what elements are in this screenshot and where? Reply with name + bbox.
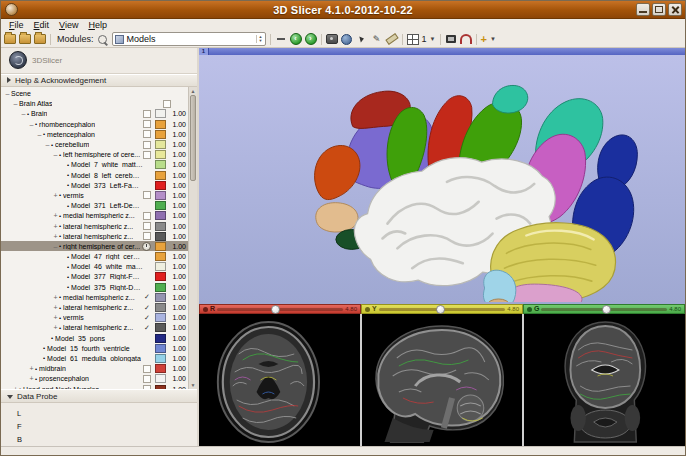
color-swatch[interactable]	[155, 344, 166, 353]
visibility-checkbox[interactable]	[143, 130, 151, 138]
tree-row[interactable]: •Model_371_Left-Dent...1.00	[1, 201, 189, 211]
tree-expander-icon[interactable]: –	[20, 110, 27, 117]
color-swatch[interactable]	[155, 385, 166, 390]
tree-expander-icon[interactable]: +	[52, 233, 59, 240]
tree-row[interactable]: –•cerebellum1.00	[1, 139, 189, 149]
color-swatch[interactable]	[155, 120, 166, 129]
annotate-button[interactable]: ✎	[371, 34, 383, 45]
tree-expander-icon[interactable]: –	[36, 131, 43, 138]
color-swatch[interactable]	[155, 374, 166, 383]
menu-item-help[interactable]: Help	[83, 20, 112, 30]
tree-row[interactable]: +•midbrain1.00	[1, 364, 189, 374]
tree-expander-icon[interactable]: –	[28, 121, 35, 128]
close-button[interactable]	[668, 3, 682, 16]
slice-offset-slider[interactable]	[379, 308, 506, 311]
visibility-checkbox[interactable]	[143, 385, 151, 389]
color-swatch[interactable]	[155, 181, 166, 190]
layout-selector-button[interactable]	[407, 34, 419, 45]
mouse-mode-button[interactable]	[356, 34, 368, 45]
tree-row[interactable]: –•Brain1.00	[1, 109, 189, 119]
tree-row[interactable]: •Model_46_white_matt...1.00	[1, 262, 189, 272]
visibility-checkbox[interactable]	[143, 375, 151, 383]
measure-button[interactable]	[386, 34, 398, 45]
color-swatch[interactable]	[155, 283, 166, 292]
color-swatch[interactable]	[155, 272, 166, 281]
visibility-checkbox[interactable]	[143, 222, 151, 230]
tree-row[interactable]: –•right hemisphere of cer...1.00	[1, 241, 189, 251]
tree-expander-icon[interactable]: +	[52, 324, 59, 331]
module-selector[interactable]: Models ▲▼	[112, 32, 266, 46]
color-swatch[interactable]	[155, 222, 166, 231]
axial-slice-view[interactable]	[199, 314, 360, 446]
tree-expander-icon[interactable]: +	[52, 304, 59, 311]
tree-row[interactable]: •Model_8_left_cerebell...1.00	[1, 170, 189, 180]
tree-row[interactable]: •Model_47_right_cereb...1.00	[1, 251, 189, 261]
capture-button[interactable]	[445, 34, 457, 45]
tree-row[interactable]: –Scene	[1, 88, 189, 98]
tree-expander-icon[interactable]: +	[52, 223, 59, 230]
tree-scrollbar[interactable]: ▲ ▼	[188, 87, 197, 389]
coronal-slice-view[interactable]	[524, 314, 685, 446]
scroll-up-icon[interactable]: ▲	[189, 87, 197, 95]
slice-bar-yellow-sagittal[interactable]: Y4.80	[361, 304, 523, 314]
visibility-checkbox[interactable]	[143, 365, 151, 373]
tree-expander-icon[interactable]: +	[28, 365, 35, 372]
color-swatch[interactable]	[155, 160, 166, 169]
tree-row[interactable]: +•lateral hemispheric z...✓1.00	[1, 302, 189, 312]
tree-row[interactable]: +•lateral hemispheric z...1.00	[1, 231, 189, 241]
menu-item-view[interactable]: View	[54, 20, 83, 30]
tree-row[interactable]: •Model_377_Right-FaG...1.00	[1, 272, 189, 282]
module-back-button[interactable]: ‹	[290, 33, 302, 45]
color-swatch[interactable]	[155, 201, 166, 210]
tree-row[interactable]: –•rhombencephalon1.00	[1, 119, 189, 129]
tree-row[interactable]: +•medial hemispheric z...1.00	[1, 211, 189, 221]
pin-icon[interactable]	[365, 307, 370, 312]
color-swatch[interactable]	[155, 242, 166, 251]
tree-expander-icon[interactable]: –	[52, 243, 59, 250]
screenshot-button[interactable]	[326, 34, 338, 45]
color-swatch[interactable]	[155, 293, 166, 302]
color-swatch[interactable]	[155, 130, 166, 139]
view3d-canvas[interactable]	[199, 55, 685, 304]
color-swatch[interactable]	[155, 252, 166, 261]
color-swatch[interactable]	[155, 232, 166, 241]
collapse-toolbar-button[interactable]	[275, 34, 287, 45]
tree-row[interactable]: •Model_61_medulla_oblongata1.00	[1, 353, 189, 363]
tree-expander-icon[interactable]: +	[12, 386, 19, 390]
tree-expander-icon[interactable]: +	[52, 314, 59, 321]
tree-row[interactable]: +•prosencephalon1.00	[1, 374, 189, 384]
visibility-checkbox[interactable]	[143, 151, 151, 159]
visibility-checkbox[interactable]	[143, 110, 151, 118]
visibility-checkbox[interactable]	[143, 120, 151, 128]
tree-row[interactable]: •Model_7_white_matte...1.00	[1, 160, 189, 170]
color-swatch[interactable]	[155, 323, 166, 332]
color-swatch[interactable]	[155, 334, 166, 343]
tree-expander-icon[interactable]: +	[28, 375, 35, 382]
tree-expander-icon[interactable]: –	[4, 90, 11, 97]
tree-row[interactable]: –•left hemisphere of cere...1.00	[1, 150, 189, 160]
tree-row[interactable]: –Brain Atlas	[1, 99, 189, 109]
color-swatch[interactable]	[155, 354, 166, 363]
slice-offset-slider[interactable]	[541, 308, 667, 311]
slice-offset-slider[interactable]	[217, 308, 343, 311]
minimize-button[interactable]	[636, 3, 650, 16]
color-swatch[interactable]	[155, 140, 166, 149]
save-button[interactable]	[34, 34, 46, 45]
tree-expander-icon[interactable]: –	[44, 141, 51, 148]
tree-row[interactable]: •Model_373_Left-FaGE...1.00	[1, 180, 189, 190]
tree-row[interactable]: +•vermis1.00	[1, 190, 189, 200]
visibility-checkbox[interactable]	[143, 141, 151, 149]
visibility-checkbox[interactable]: ✓	[143, 314, 151, 322]
tree-row[interactable]: +•medial hemispheric z...✓1.00	[1, 292, 189, 302]
help-acknowledgement-section[interactable]: Help & Acknowledgement	[1, 74, 197, 88]
pin-icon[interactable]	[203, 307, 208, 312]
visibility-checkbox[interactable]: ✓	[143, 304, 151, 312]
visibility-checkbox[interactable]	[143, 212, 151, 220]
color-swatch[interactable]	[155, 211, 166, 220]
visibility-checkbox[interactable]	[163, 100, 171, 108]
add-extension-button[interactable]: +	[481, 34, 487, 45]
view3d-controller-bar[interactable]: 1	[199, 48, 685, 55]
scrollbar-thumb[interactable]	[190, 95, 196, 181]
tree-row[interactable]: +•lateral hemispheric z...1.00	[1, 221, 189, 231]
tree-expander-icon[interactable]: +	[52, 294, 59, 301]
